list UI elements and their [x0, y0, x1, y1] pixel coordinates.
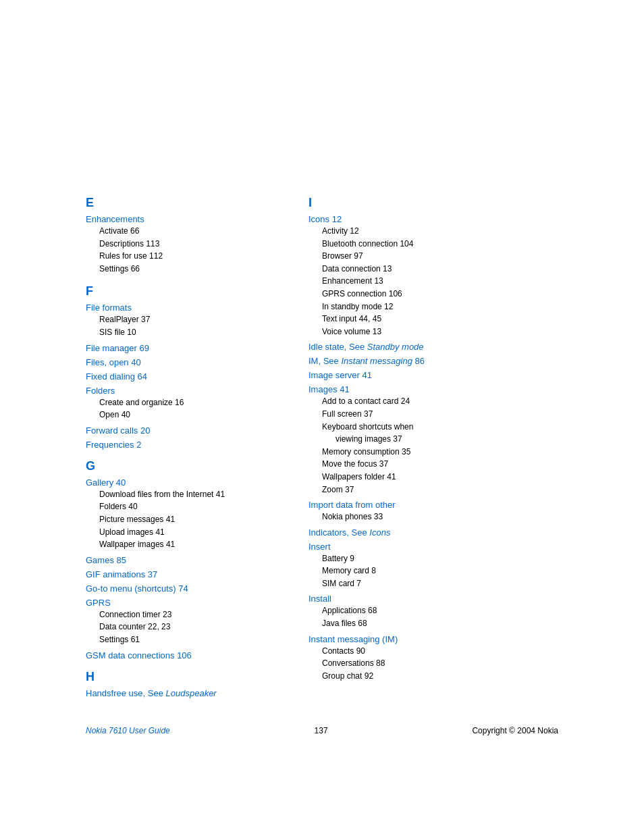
entry-frequencies: Frequencies 2 [86, 440, 295, 450]
sub-bluetooth-connection: Bluetooth connection 104 [308, 238, 538, 251]
idle-state-italic: Standby mode [367, 342, 424, 352]
entry-icons: Icons 12 [308, 214, 538, 224]
sub-contacts-im: Contacts 90 [308, 645, 538, 658]
entry-im: IM, See Instant messaging 86 [308, 356, 538, 366]
sub-zoom: Zoom 37 [308, 484, 538, 496]
footer-copyright: Copyright © 2004 Nokia [472, 726, 558, 735]
entry-handsfree: Handsfree use, See Loudspeaker [86, 688, 295, 698]
indicators-italic: Icons [369, 527, 390, 538]
sub-conversations: Conversations 88 [308, 657, 538, 670]
entry-file-formats: File formats [86, 303, 295, 313]
sub-nokia-phones: Nokia phones 33 [308, 511, 538, 523]
im-italic: Instant messaging [341, 356, 412, 366]
content-area: E Enhancements Activate 66 Descriptions … [86, 196, 558, 699]
sub-activate: Activate 66 [86, 225, 295, 238]
sub-applications: Applications 68 [308, 604, 538, 617]
sub-keyboard-shortcuts: Keyboard shortcuts when [308, 421, 538, 434]
entry-insert: Insert [308, 542, 538, 552]
sub-group-chat: Group chat 92 [308, 670, 538, 683]
page: E Enhancements Activate 66 Descriptions … [0, 0, 644, 834]
entry-idle-state: Idle state, See Standby mode [308, 342, 538, 352]
sub-realplayer: RealPlayer 37 [86, 313, 295, 326]
sub-voice-volume: Voice volume 13 [308, 325, 538, 338]
sub-connection-timer: Connection timer 23 [86, 608, 295, 621]
sub-wallpapers-folder: Wallpapers folder 41 [308, 471, 538, 484]
entry-gallery: Gallery 40 [86, 477, 295, 488]
entry-gsm-data: GSM data connections 106 [86, 650, 295, 660]
sub-activity: Activity 12 [308, 225, 538, 238]
entry-enhancements: Enhancements [86, 214, 295, 224]
im-number: 86 [412, 356, 425, 366]
left-column: E Enhancements Activate 66 Descriptions … [86, 196, 308, 699]
entry-games: Games 85 [86, 555, 295, 565]
sub-wallpaper-images: Wallpaper images 41 [86, 538, 295, 551]
entry-install: Install [308, 594, 538, 604]
right-column: I Icons 12 Activity 12 Bluetooth connect… [308, 196, 538, 682]
entry-images: Images 41 [308, 384, 538, 394]
section-letter-i: I [308, 196, 538, 210]
entry-import-data: Import data from other [308, 500, 538, 510]
entry-gprs: GPRS [86, 598, 295, 608]
section-letter-h: H [86, 670, 295, 684]
entry-folders: Folders [86, 386, 295, 396]
entry-file-manager: File manager 69 [86, 343, 295, 353]
sub-sim-card: SIM card 7 [308, 577, 538, 590]
footer-page-number: 137 [315, 726, 328, 735]
sub-picture-messages: Picture messages 41 [86, 513, 295, 526]
sub-data-connection: Data connection 13 [308, 263, 538, 276]
sub-java-files: Java files 68 [308, 617, 538, 630]
section-letter-g: G [86, 459, 295, 473]
sub-gprs-connection: GPRS connection 106 [308, 288, 538, 301]
sub-download-files: Download files from the Internet 41 [86, 488, 295, 501]
entry-gif-animations: GIF animations 37 [86, 569, 295, 579]
sub-data-counter: Data counter 22, 23 [86, 621, 295, 633]
sub-text-input: Text input 44, 45 [308, 313, 538, 325]
sub-in-standby: In standby mode 12 [308, 301, 538, 313]
sub-descriptions: Descriptions 113 [86, 238, 295, 251]
sub-create-organize: Create and organize 16 [86, 396, 295, 409]
indicators-text: Indicators, See [308, 527, 369, 538]
entry-instant-messaging: Instant messaging (IM) [308, 634, 538, 644]
entry-files-open: Files, open 40 [86, 357, 295, 367]
sub-add-contact-card: Add to a contact card 24 [308, 395, 538, 408]
idle-state-text: Idle state, See [308, 342, 367, 352]
sub-memory-consumption: Memory consumption 35 [308, 446, 538, 459]
im-text: IM, See [308, 356, 341, 366]
footer: Nokia 7610 User Guide 137 Copyright © 20… [86, 719, 558, 735]
entry-goto-menu: Go-to menu (shortcuts) 74 [86, 583, 295, 594]
entry-fixed-dialing: Fixed dialing 64 [86, 371, 295, 382]
footer-left: Nokia 7610 User Guide [86, 726, 170, 735]
entry-forward-calls: Forward calls 20 [86, 425, 295, 436]
sub-battery: Battery 9 [308, 552, 538, 565]
sub-folders-g: Folders 40 [86, 500, 295, 513]
sub-enhancement: Enhancement 13 [308, 275, 538, 288]
sub-memory-card: Memory card 8 [308, 565, 538, 577]
sub-browser: Browser 97 [308, 250, 538, 263]
sub-open-f: Open 40 [86, 409, 295, 421]
sub-settings-g: Settings 61 [86, 633, 295, 646]
sub-settings-e: Settings 66 [86, 263, 295, 276]
handsfree-italic: Loudspeaker [166, 688, 217, 698]
sub-rules: Rules for use 112 [86, 250, 295, 263]
sub-sis-file: SIS file 10 [86, 326, 295, 339]
sub-upload-images: Upload images 41 [86, 526, 295, 539]
entry-image-server: Image server 41 [308, 370, 538, 380]
section-letter-e: E [86, 196, 295, 210]
sub-full-screen: Full screen 37 [308, 408, 538, 421]
entry-indicators: Indicators, See Icons [308, 527, 538, 538]
sub-viewing-images: viewing images 37 [308, 433, 538, 446]
sub-move-focus: Move the focus 37 [308, 458, 538, 471]
handsfree-text: Handsfree use, See [86, 688, 166, 698]
section-letter-f: F [86, 284, 295, 298]
